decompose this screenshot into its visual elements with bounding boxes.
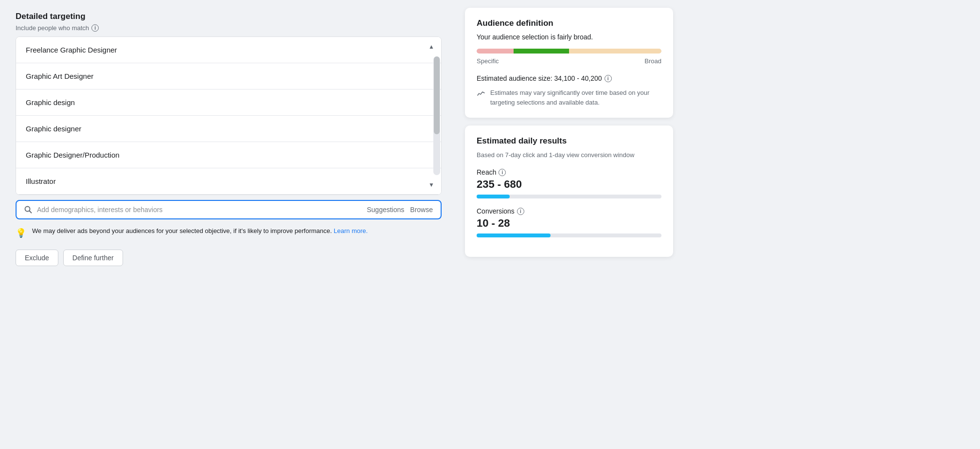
daily-description: Based on 7-day click and 1-day view conv… <box>477 151 661 160</box>
list-item[interactable]: Graphic design <box>16 90 441 116</box>
conversions-bar <box>477 233 661 237</box>
search-input[interactable] <box>37 206 362 214</box>
list-item[interactable]: Freelance Graphic Designer <box>16 37 441 63</box>
learn-more-link[interactable]: Learn more. <box>334 227 368 234</box>
scroll-down-icon[interactable]: ▼ <box>422 175 441 195</box>
audience-description: Your audience selection is fairly broad. <box>477 33 661 41</box>
list-item[interactable]: Graphic Art Designer <box>16 63 441 90</box>
spectrum-labels: Specific Broad <box>477 57 661 65</box>
browse-button[interactable]: Browse <box>410 206 433 214</box>
reach-label: Reach i <box>477 168 661 176</box>
reach-value: 235 - 680 <box>477 178 661 191</box>
include-info-icon[interactable]: i <box>91 24 99 32</box>
conversions-info-icon[interactable]: i <box>517 208 524 215</box>
reach-info-icon[interactable]: i <box>499 169 506 176</box>
reach-bar <box>477 195 661 198</box>
exclude-button[interactable]: Exclude <box>16 250 58 266</box>
spectrum-red <box>477 49 514 54</box>
spectrum-bar <box>477 49 661 54</box>
spectrum-yellow <box>569 49 661 54</box>
daily-results-card: Estimated daily results Based on 7-day c… <box>465 126 673 257</box>
search-box: Suggestions Browse <box>16 200 442 219</box>
conversions-label: Conversions i <box>477 207 661 215</box>
section-title: Detailed targeting <box>16 12 442 21</box>
include-label: Include people who match i <box>16 24 442 32</box>
list-item[interactable]: Illustrator <box>16 168 441 195</box>
audience-size: Estimated audience size: 34,100 - 40,200… <box>477 74 661 82</box>
spectrum-broad-label: Broad <box>644 57 661 65</box>
trend-icon <box>477 89 485 98</box>
action-buttons: Exclude Define further <box>16 250 442 266</box>
scroll-up-icon[interactable]: ▲ <box>422 37 441 56</box>
svg-line-1 <box>30 211 32 213</box>
search-actions: Suggestions Browse <box>367 206 433 214</box>
conversions-bar-fill <box>477 233 551 237</box>
define-further-button[interactable]: Define further <box>63 250 123 266</box>
scrollbar-track <box>433 56 440 175</box>
notice-box: 💡 We may deliver ads beyond your audienc… <box>16 226 442 240</box>
spectrum-green <box>514 49 569 54</box>
list-item[interactable]: Graphic designer <box>16 116 441 142</box>
scrollbar-thumb[interactable] <box>434 56 440 134</box>
conversions-value: 10 - 28 <box>477 217 661 230</box>
audience-card-title: Audience definition <box>477 18 661 28</box>
targeting-list: ▲ Freelance Graphic Designer Graphic Art… <box>16 36 442 195</box>
notice-text: We may deliver ads beyond your audiences… <box>32 226 368 236</box>
reach-bar-fill <box>477 195 510 198</box>
daily-card-title: Estimated daily results <box>477 136 661 146</box>
spectrum-specific-label: Specific <box>477 57 499 65</box>
bulb-icon: 💡 <box>16 227 26 240</box>
search-icon <box>24 206 32 214</box>
list-item[interactable]: Graphic Designer/Production <box>16 142 441 168</box>
estimates-note: Estimates may vary significantly over ti… <box>477 88 661 107</box>
suggestions-button[interactable]: Suggestions <box>367 206 404 214</box>
audience-definition-card: Audience definition Your audience select… <box>465 8 673 118</box>
audience-size-info-icon[interactable]: i <box>605 75 612 82</box>
